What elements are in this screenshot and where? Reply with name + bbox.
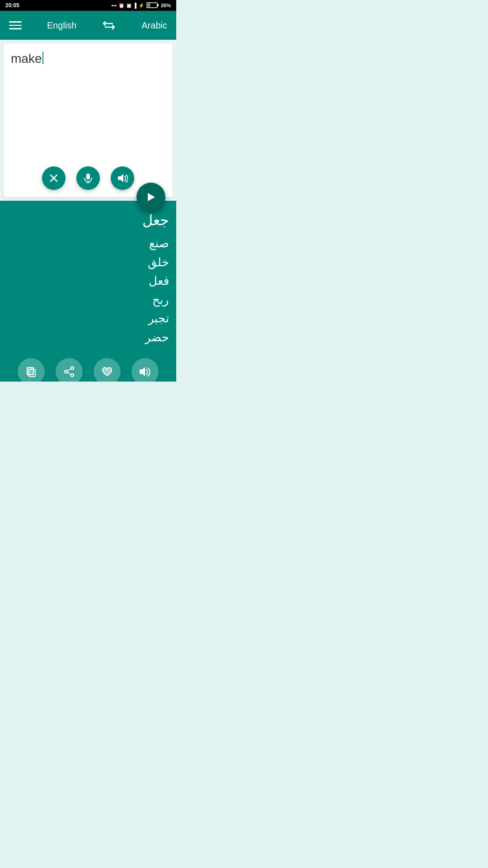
microphone-button[interactable] bbox=[76, 166, 100, 190]
favorite-button[interactable] bbox=[94, 358, 121, 382]
menu-line-1 bbox=[9, 21, 22, 23]
svg-marker-18 bbox=[140, 367, 145, 376]
svg-point-14 bbox=[71, 374, 74, 377]
translate-button[interactable] bbox=[136, 183, 165, 212]
status-icons: ••• ⏰ ▣ ▐ ⚡ 26% bbox=[112, 2, 171, 9]
svg-point-15 bbox=[65, 370, 67, 373]
input-section: make bbox=[0, 40, 176, 201]
speaker-button-input[interactable] bbox=[111, 166, 134, 190]
menu-line-2 bbox=[9, 25, 22, 26]
swap-languages-button[interactable] bbox=[102, 20, 116, 31]
alarm-icon: ⏰ bbox=[118, 3, 125, 9]
signal-icon: ▐ bbox=[133, 3, 136, 8]
speaker-button-output[interactable] bbox=[131, 358, 159, 382]
alt-translation-5: تجبر bbox=[145, 309, 169, 328]
clear-button[interactable] bbox=[42, 166, 66, 190]
source-language[interactable]: English bbox=[47, 20, 77, 31]
output-actions bbox=[7, 358, 169, 382]
svg-rect-2 bbox=[157, 4, 159, 6]
menu-line-3 bbox=[9, 28, 22, 29]
alt-translation-4: ربح bbox=[145, 291, 169, 310]
alt-translation-2: خلق bbox=[145, 253, 169, 272]
svg-marker-9 bbox=[148, 193, 155, 201]
app-header: English Arabic bbox=[0, 11, 176, 40]
battery-percent: 26% bbox=[161, 3, 171, 8]
input-card: make bbox=[4, 43, 173, 197]
alt-translation-6: حضر bbox=[145, 328, 169, 347]
status-bar: 20:05 ••• ⏰ ▣ ▐ ⚡ 26% bbox=[0, 0, 176, 11]
status-dots: ••• bbox=[112, 3, 117, 8]
svg-rect-1 bbox=[147, 3, 150, 7]
svg-marker-8 bbox=[118, 174, 123, 182]
alt-translation-3: فعل bbox=[145, 272, 169, 291]
alternative-translations: صنع خلق فعل ربح تجبر حضر bbox=[145, 234, 169, 347]
menu-button[interactable] bbox=[9, 21, 22, 29]
share-button[interactable] bbox=[56, 358, 83, 382]
battery-icon bbox=[146, 2, 159, 9]
svg-point-13 bbox=[71, 367, 74, 369]
svg-rect-5 bbox=[86, 174, 90, 179]
output-section: جعل صنع خلق فعل ربح تجبر حضر bbox=[0, 201, 176, 382]
svg-line-16 bbox=[67, 368, 71, 371]
svg-line-17 bbox=[67, 372, 71, 374]
main-translation: جعل bbox=[142, 212, 169, 229]
svg-rect-11 bbox=[27, 368, 33, 375]
status-time: 20:05 bbox=[5, 2, 19, 9]
input-text: make bbox=[11, 52, 42, 66]
sim-icon: ▣ bbox=[127, 3, 131, 9]
target-language[interactable]: Arabic bbox=[141, 20, 167, 31]
copy-button[interactable] bbox=[18, 358, 45, 382]
output-content: جعل صنع خلق فعل ربح تجبر حضر bbox=[7, 212, 169, 347]
alt-translation-1: صنع bbox=[145, 234, 169, 253]
input-text-display[interactable]: make bbox=[11, 51, 165, 67]
text-cursor bbox=[42, 52, 43, 64]
charge-icon: ⚡ bbox=[138, 3, 145, 9]
